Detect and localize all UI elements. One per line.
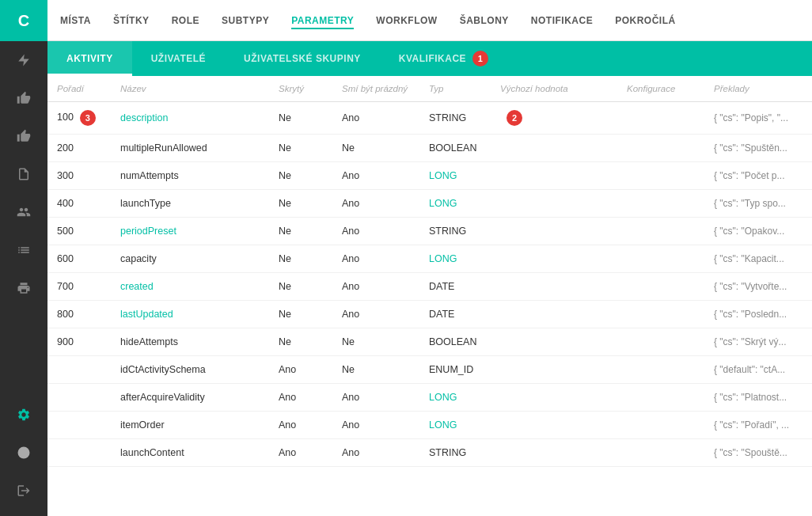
tab-kvalifikace[interactable]: KVALIFIKACE 1 xyxy=(380,41,507,76)
tab-uzivatelske-skupiny[interactable]: UŽIVATELSKÉ SKUPINY xyxy=(225,41,380,76)
cell-type: BOOLEAN xyxy=(419,135,491,162)
sidebar-icon-document[interactable] xyxy=(0,155,47,193)
cell-default-value xyxy=(491,328,617,356)
cell-name: numAttempts xyxy=(111,162,269,190)
cell-name: launchContent xyxy=(111,439,269,467)
cell-can-be-empty: Ano xyxy=(332,245,419,273)
cell-name[interactable]: periodPreset xyxy=(111,218,269,245)
cell-translations: { "cs": "Platnost... xyxy=(704,384,812,412)
sidebar-icon-users[interactable] xyxy=(0,193,47,231)
nav-item-pokrocila[interactable]: POKROČILÁ xyxy=(615,12,676,29)
nav-item-role[interactable]: ROLE xyxy=(172,12,199,29)
sidebar-icon-printer[interactable] xyxy=(0,269,47,307)
cell-type: ENUM_ID xyxy=(419,356,491,384)
cell-order: 200 xyxy=(47,135,111,162)
cell-default-value xyxy=(491,384,617,412)
col-header-translations: Překlady xyxy=(704,76,812,102)
cell-type: BOOLEAN xyxy=(419,328,491,356)
cell-type: DATE xyxy=(419,301,491,328)
cell-name: idCtActivitySchema xyxy=(111,356,269,384)
sidebar-icon-lightning[interactable] xyxy=(0,41,47,79)
cell-translations: { "cs": "Spouště... xyxy=(704,439,812,467)
cell-translations: { "cs": "Typ spo... xyxy=(704,190,812,218)
cell-order xyxy=(47,384,111,412)
cell-can-be-empty: Ano xyxy=(332,162,419,190)
sidebar-icon-logout[interactable] xyxy=(0,472,47,510)
nav-item-sablony[interactable]: ŠABLONY xyxy=(460,12,509,29)
sidebar-icon-thumbsup2[interactable] xyxy=(0,117,47,155)
cell-config xyxy=(617,190,704,218)
cell-default-value xyxy=(491,218,617,245)
cell-translations: { "cs": "Opakov... xyxy=(704,218,812,245)
sidebar: C xyxy=(0,0,47,516)
cell-name[interactable]: description xyxy=(111,102,269,135)
cell-config xyxy=(617,273,704,301)
cell-can-be-empty: Ne xyxy=(332,356,419,384)
cell-type[interactable]: LONG xyxy=(419,245,491,273)
cell-hidden: Ano xyxy=(269,439,332,467)
cell-can-be-empty: Ano xyxy=(332,273,419,301)
cell-translations: { "cs": "Pořadí", ... xyxy=(704,412,812,439)
sidebar-logo[interactable]: C xyxy=(0,0,47,41)
cell-hidden: Ne xyxy=(269,162,332,190)
col-header-config: Konfigurace xyxy=(617,76,704,102)
table-area: Pořadí Název Skrytý Smí být prázdný Typ … xyxy=(47,76,812,516)
nav-item-workflow[interactable]: WORKFLOW xyxy=(376,12,437,29)
cell-config xyxy=(617,102,704,135)
table-row: itemOrderAnoAnoLONG{ "cs": "Pořadí", ... xyxy=(47,412,812,439)
cell-hidden: Ano xyxy=(269,356,332,384)
cell-default-value xyxy=(491,245,617,273)
cell-name: itemOrder xyxy=(111,412,269,439)
sidebar-icon-gear[interactable] xyxy=(0,396,47,434)
cell-hidden: Ne xyxy=(269,135,332,162)
nav-item-mista[interactable]: MÍSTA xyxy=(60,12,91,29)
cell-type[interactable]: LONG xyxy=(419,190,491,218)
cell-hidden: Ne xyxy=(269,218,332,245)
sidebar-bottom xyxy=(0,396,47,516)
cell-name: multipleRunAllowed xyxy=(111,135,269,162)
cell-type: STRING xyxy=(419,102,491,135)
cell-hidden: Ne xyxy=(269,301,332,328)
tab-uzivatele[interactable]: UŽIVATELÉ xyxy=(132,41,225,76)
nav-item-parametry[interactable]: PARAMETRY xyxy=(291,12,354,29)
cell-order xyxy=(47,412,111,439)
cell-can-be-empty: Ano xyxy=(332,218,419,245)
cell-type[interactable]: LONG xyxy=(419,412,491,439)
table-row: launchContentAnoAnoSTRING{ "cs": "Spoušt… xyxy=(47,439,812,467)
cell-config xyxy=(617,356,704,384)
col-header-order: Pořadí xyxy=(47,76,111,102)
cell-hidden: Ne xyxy=(269,273,332,301)
cell-default-value xyxy=(491,273,617,301)
table-row: 400launchTypeNeAnoLONG{ "cs": "Typ spo..… xyxy=(47,190,812,218)
tab-aktivity[interactable]: AKTIVITY xyxy=(47,41,132,76)
col-header-type: Typ xyxy=(419,76,491,102)
cell-default-value xyxy=(491,356,617,384)
cell-default-value xyxy=(491,135,617,162)
cell-default-value xyxy=(491,190,617,218)
cell-config xyxy=(617,384,704,412)
cell-name[interactable]: created xyxy=(111,273,269,301)
cell-can-be-empty: Ano xyxy=(332,412,419,439)
table-row: 300numAttemptsNeAnoLONG{ "cs": "Počet p.… xyxy=(47,162,812,190)
nav-item-notifikace[interactable]: NOTIFIKACE xyxy=(531,12,593,29)
cell-name[interactable]: lastUpdated xyxy=(111,301,269,328)
table-row: afterAcquireValidityAnoAnoLONG{ "cs": "P… xyxy=(47,384,812,412)
cell-config xyxy=(617,439,704,467)
table-row: 700createdNeAnoDATE{ "cs": "Vytvořte... xyxy=(47,273,812,301)
sidebar-icon-thumbsup1[interactable] xyxy=(0,79,47,117)
col-header-hidden: Skrytý xyxy=(269,76,332,102)
cell-can-be-empty: Ano xyxy=(332,384,419,412)
sidebar-icon-avatar[interactable] xyxy=(0,434,47,472)
cell-config xyxy=(617,301,704,328)
cell-can-be-empty: Ano xyxy=(332,102,419,135)
cell-type[interactable]: LONG xyxy=(419,384,491,412)
sub-tabs: AKTIVITY UŽIVATELÉ UŽIVATELSKÉ SKUPINY K… xyxy=(47,41,812,76)
sidebar-icon-list[interactable] xyxy=(0,231,47,269)
cell-name: capacity xyxy=(111,245,269,273)
cell-config xyxy=(617,245,704,273)
nav-item-stitky[interactable]: ŠTÍTKY xyxy=(113,12,150,29)
cell-type[interactable]: LONG xyxy=(419,162,491,190)
cell-can-be-empty: Ne xyxy=(332,135,419,162)
cell-translations: { "cs": "Skrýt vý... xyxy=(704,328,812,356)
nav-item-subtypy[interactable]: SUBTYPY xyxy=(222,12,269,29)
